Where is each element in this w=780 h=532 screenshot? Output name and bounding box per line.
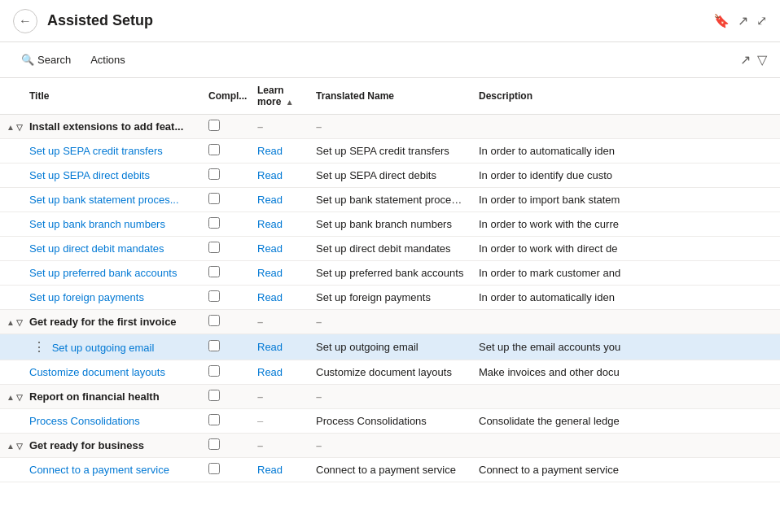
table-row[interactable]: Set up preferred bank accounts Read Set … bbox=[0, 261, 780, 286]
group-checkbox[interactable] bbox=[202, 310, 251, 334]
row-title[interactable]: Set up preferred bank accounts bbox=[23, 261, 202, 286]
table-container[interactable]: Title Compl... Learnmore ▲ Translated Na… bbox=[0, 78, 780, 532]
row-checkbox[interactable] bbox=[202, 261, 251, 286]
search-label: Search bbox=[37, 54, 71, 66]
share-icon[interactable]: ↗ bbox=[738, 13, 748, 28]
row-learn[interactable]: Read bbox=[251, 261, 309, 286]
row-description: In order to work with direct de bbox=[472, 237, 780, 261]
table-row[interactable]: Set up bank branch numbers Read Set up b… bbox=[0, 212, 780, 237]
group-row[interactable]: ▲ ▽ Get ready for the first invoice – – bbox=[0, 310, 780, 334]
row-learn[interactable]: Read bbox=[251, 334, 309, 360]
table-row[interactable]: Connect to a payment service Read Connec… bbox=[0, 458, 780, 482]
toolbar: 🔍 Search Actions ↗ ▽ bbox=[0, 42, 780, 78]
row-learn[interactable]: Read bbox=[251, 237, 309, 261]
table-row[interactable]: Set up SEPA direct debits Read Set up SE… bbox=[0, 164, 780, 188]
row-description: Consolidate the general ledge bbox=[472, 409, 780, 434]
row-title[interactable]: Set up SEPA direct debits bbox=[23, 164, 202, 188]
row-translated: Set up direct debit mandates bbox=[309, 237, 472, 261]
learn-more-link[interactable]: Read bbox=[257, 366, 283, 378]
learn-more-link[interactable]: Read bbox=[257, 218, 283, 230]
row-checkbox[interactable] bbox=[202, 237, 251, 261]
learn-more-link[interactable]: Read bbox=[257, 267, 283, 279]
group-expand-icon[interactable]: ▲ ▽ bbox=[0, 385, 23, 409]
table-row[interactable]: Set up foreign payments Read Set up fore… bbox=[0, 286, 780, 310]
expand-icon[interactable]: ⤢ bbox=[756, 13, 767, 28]
row-checkbox[interactable] bbox=[202, 334, 251, 360]
row-title[interactable]: Set up bank statement proces... bbox=[23, 188, 202, 212]
col-header-description[interactable]: Description bbox=[472, 78, 780, 115]
row-title[interactable]: ⋮ Set up outgoing email bbox=[23, 334, 202, 360]
row-checkbox[interactable] bbox=[202, 360, 251, 385]
title-bar-right: 🔖 ↗ ⤢ bbox=[713, 13, 767, 28]
row-translated: Customize document layouts bbox=[309, 360, 472, 385]
row-indent bbox=[0, 188, 23, 212]
row-checkbox[interactable] bbox=[202, 286, 251, 310]
row-learn[interactable]: Read bbox=[251, 458, 309, 482]
row-translated: Set up bank branch numbers bbox=[309, 212, 472, 237]
col-header-translated[interactable]: Translated Name bbox=[309, 78, 472, 115]
group-expand-icon[interactable]: ▲ ▽ bbox=[0, 310, 23, 334]
row-checkbox[interactable] bbox=[202, 139, 251, 164]
row-learn[interactable]: – bbox=[251, 409, 309, 434]
row-indent bbox=[0, 360, 23, 385]
row-title[interactable]: Set up foreign payments bbox=[23, 286, 202, 310]
row-context-menu[interactable]: ⋮ bbox=[29, 340, 49, 354]
col-header-learn[interactable]: Learnmore ▲ bbox=[251, 78, 309, 115]
group-translated: – bbox=[309, 310, 472, 334]
group-row[interactable]: ▲ ▽ Report on financial health – – bbox=[0, 385, 780, 409]
col-header-completed[interactable]: Compl... bbox=[202, 78, 251, 115]
table-row[interactable]: ⋮ Set up outgoing email Read Set up outg… bbox=[0, 334, 780, 360]
group-checkbox[interactable] bbox=[202, 115, 251, 139]
group-checkbox[interactable] bbox=[202, 434, 251, 458]
row-learn[interactable]: Read bbox=[251, 286, 309, 310]
table-row[interactable]: Customize document layouts Read Customiz… bbox=[0, 360, 780, 385]
learn-more-link[interactable]: Read bbox=[257, 341, 283, 353]
learn-more-link[interactable]: Read bbox=[257, 464, 283, 476]
row-title[interactable]: Set up bank branch numbers bbox=[23, 212, 202, 237]
group-expand-icon[interactable]: ▲ ▽ bbox=[0, 115, 23, 139]
table-row[interactable]: Set up direct debit mandates Read Set up… bbox=[0, 237, 780, 261]
table-row[interactable]: Set up SEPA credit transfers Read Set up… bbox=[0, 139, 780, 164]
row-learn[interactable]: Read bbox=[251, 188, 309, 212]
group-learn: – bbox=[251, 115, 309, 139]
row-title[interactable]: Customize document layouts bbox=[23, 360, 202, 385]
row-learn[interactable]: Read bbox=[251, 164, 309, 188]
search-button[interactable]: 🔍 Search bbox=[13, 50, 79, 69]
group-checkbox[interactable] bbox=[202, 385, 251, 409]
row-checkbox[interactable] bbox=[202, 212, 251, 237]
row-translated: Set up SEPA credit transfers bbox=[309, 139, 472, 164]
table-row[interactable]: Set up bank statement proces... Read Set… bbox=[0, 188, 780, 212]
learn-more-link[interactable]: Read bbox=[257, 194, 283, 206]
back-button[interactable]: ← bbox=[13, 9, 37, 33]
toolbar-filter-icon[interactable]: ▽ bbox=[757, 52, 767, 68]
learn-more-link[interactable]: Read bbox=[257, 145, 283, 157]
row-checkbox[interactable] bbox=[202, 458, 251, 482]
toolbar-left: 🔍 Search Actions bbox=[13, 50, 134, 69]
learn-more-link[interactable]: Read bbox=[257, 242, 283, 255]
row-title[interactable]: Process Consolidations bbox=[23, 409, 202, 434]
row-checkbox[interactable] bbox=[202, 188, 251, 212]
row-description: In order to work with the curre bbox=[472, 212, 780, 237]
table-row[interactable]: Process Consolidations – Process Consoli… bbox=[0, 409, 780, 434]
actions-button[interactable]: Actions bbox=[82, 50, 134, 69]
group-row[interactable]: ▲ ▽ Get ready for business – – bbox=[0, 434, 780, 458]
row-learn[interactable]: Read bbox=[251, 212, 309, 237]
row-learn[interactable]: Read bbox=[251, 360, 309, 385]
row-title[interactable]: Set up SEPA credit transfers bbox=[23, 139, 202, 164]
group-expand-icon[interactable]: ▲ ▽ bbox=[0, 434, 23, 458]
learn-more-link[interactable]: Read bbox=[257, 169, 283, 181]
learn-more-link[interactable]: Read bbox=[257, 291, 283, 303]
col-header-title[interactable]: Title bbox=[23, 78, 202, 115]
row-indent bbox=[0, 286, 23, 310]
row-title[interactable]: Set up direct debit mandates bbox=[23, 237, 202, 261]
row-translated: Set up preferred bank accounts bbox=[309, 261, 472, 286]
row-checkbox[interactable] bbox=[202, 409, 251, 434]
bookmark-icon[interactable]: 🔖 bbox=[713, 13, 730, 28]
row-title[interactable]: Connect to a payment service bbox=[23, 458, 202, 482]
group-row[interactable]: ▲ ▽ Install extensions to add feat... – … bbox=[0, 115, 780, 139]
row-translated: Set up bank statement processing bbox=[309, 188, 472, 212]
toolbar-share-icon[interactable]: ↗ bbox=[740, 52, 751, 68]
row-checkbox[interactable] bbox=[202, 164, 251, 188]
row-translated: Set up SEPA direct debits bbox=[309, 164, 472, 188]
row-learn[interactable]: Read bbox=[251, 139, 309, 164]
